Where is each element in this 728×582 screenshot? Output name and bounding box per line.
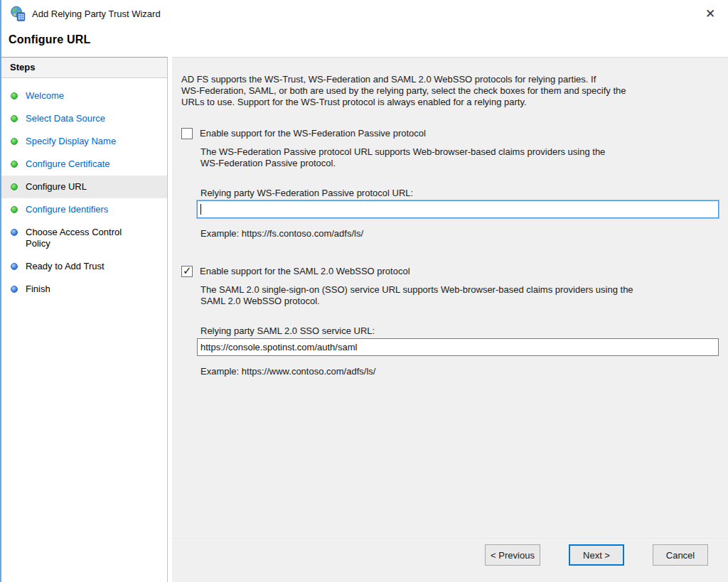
- button-bar: < Previous Next > Cancel: [456, 544, 708, 566]
- step-status-dot: [11, 206, 18, 213]
- wsfed-checkbox[interactable]: [181, 128, 193, 139]
- saml-url-input-wrap: [197, 338, 719, 356]
- step-item-configure-url: Configure URL: [1, 176, 167, 198]
- wsfed-url-input[interactable]: [197, 200, 719, 218]
- step-item-finish: Finish: [1, 278, 167, 301]
- step-item-welcome[interactable]: Welcome: [1, 85, 167, 107]
- step-status-dot: [11, 183, 18, 190]
- button-separator: [172, 539, 728, 540]
- step-status-dot: [11, 115, 18, 122]
- step-status-dot: [11, 229, 18, 236]
- wsfed-url-input-wrap: [197, 200, 719, 218]
- step-status-dot: [11, 263, 18, 270]
- saml-checkbox-row: ✓ Enable support for the SAML 2.0 WebSSO…: [181, 266, 719, 277]
- saml-description: The SAML 2.0 single-sign-on (SSO) servic…: [200, 284, 719, 307]
- saml-url-label: Relying party SAML 2.0 SSO service URL:: [200, 325, 719, 337]
- intro-text: AD FS supports the WS-Trust, WS-Federati…: [181, 74, 719, 108]
- wsfed-description: The WS-Federation Passive protocol URL s…: [200, 146, 719, 169]
- saml-checkbox[interactable]: ✓: [181, 266, 193, 277]
- wsfed-checkbox-label: Enable support for the WS-Federation Pas…: [200, 128, 426, 139]
- wsfed-section: The WS-Federation Passive protocol URL s…: [200, 146, 719, 239]
- step-status-dot: [11, 161, 18, 168]
- wizard-content: Steps Welcome Select Data Source Specify…: [1, 57, 728, 582]
- wsfed-checkbox-row: Enable support for the WS-Federation Pas…: [181, 128, 719, 139]
- title-bar: Add Relying Party Trust Wizard ✕: [1, 0, 728, 27]
- steps-header: Steps: [1, 58, 167, 78]
- saml-checkbox-label: Enable support for the SAML 2.0 WebSSO p…: [200, 266, 410, 277]
- wsfed-example-text: Example: https://fs.contoso.com/adfs/ls/: [200, 228, 719, 239]
- steps-sidebar: Steps Welcome Select Data Source Specify…: [1, 57, 168, 582]
- step-item-configure-identifiers[interactable]: Configure Identifiers: [1, 198, 167, 221]
- steps-list: Welcome Select Data Source Specify Displ…: [1, 85, 167, 301]
- previous-button[interactable]: < Previous: [485, 544, 540, 566]
- step-item-specify-display-name[interactable]: Specify Display Name: [1, 130, 167, 153]
- cancel-button[interactable]: Cancel: [653, 544, 708, 566]
- step-item-choose-access-control-policy: Choose Access Control Policy: [1, 221, 167, 255]
- step-item-ready-to-add-trust: Ready to Add Trust: [1, 255, 167, 278]
- text-caret: [200, 204, 201, 215]
- saml-url-input[interactable]: [197, 338, 719, 356]
- saml-section: The SAML 2.0 single-sign-on (SSO) servic…: [200, 284, 719, 377]
- step-status-dot: [11, 286, 18, 293]
- step-status-dot: [11, 138, 18, 145]
- close-icon[interactable]: ✕: [698, 3, 722, 24]
- saml-example-text: Example: https://www.contoso.com/adfs/ls…: [200, 366, 719, 377]
- page-title: Configure URL: [1, 27, 728, 57]
- next-button[interactable]: Next >: [569, 544, 624, 566]
- adfs-wizard-icon: [10, 6, 26, 21]
- wsfed-url-label: Relying party WS-Federation Passive prot…: [200, 188, 719, 199]
- step-item-configure-certificate[interactable]: Configure Certificate: [1, 153, 167, 176]
- check-icon: ✓: [183, 264, 192, 277]
- window-title: Add Relying Party Trust Wizard: [32, 9, 161, 19]
- main-panel: AD FS supports the WS-Trust, WS-Federati…: [172, 57, 728, 582]
- step-status-dot: [11, 92, 18, 99]
- wizard-window: Add Relying Party Trust Wizard ✕ Configu…: [0, 0, 728, 582]
- step-item-select-data-source[interactable]: Select Data Source: [1, 107, 167, 130]
